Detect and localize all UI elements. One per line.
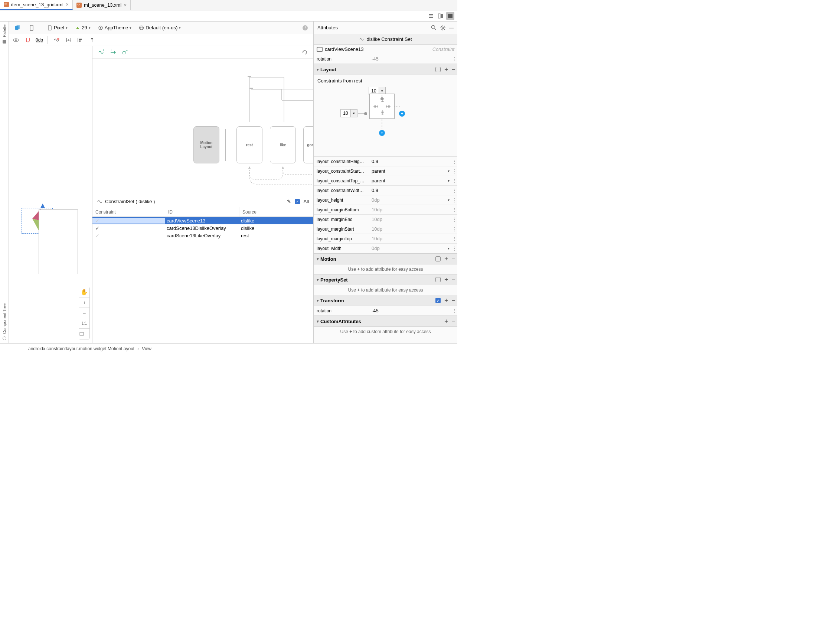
attr-input[interactable] xyxy=(371,236,449,242)
settings-icon[interactable] xyxy=(440,25,446,31)
attr-input[interactable] xyxy=(371,188,449,193)
breadcrumb-item[interactable]: androidx.constraintlayout.motion.widget.… xyxy=(28,346,134,351)
section-motion[interactable]: ▼Motion +− xyxy=(314,253,457,264)
table-row[interactable]: ✓ cardScene13DislikeOverlay dislike xyxy=(92,224,313,232)
theme-select[interactable]: AppTheme▾ xyxy=(96,24,134,32)
more-icon[interactable]: ⋮ xyxy=(452,168,457,174)
remove-icon[interactable]: − xyxy=(452,66,455,73)
add-transition-button[interactable]: + xyxy=(109,48,117,56)
more-icon[interactable]: ⋮ xyxy=(452,56,457,62)
breadcrumb-item[interactable]: View xyxy=(142,346,151,351)
margin-left-input[interactable]: ▾ xyxy=(340,109,358,118)
search-icon[interactable] xyxy=(431,25,437,31)
locale-select[interactable]: Default (en-us)▾ xyxy=(137,24,183,32)
dropdown-icon[interactable]: ▾ xyxy=(445,179,452,183)
more-icon[interactable]: ⋮ xyxy=(452,308,457,314)
split-view-button[interactable] xyxy=(437,12,445,20)
align-button[interactable] xyxy=(76,36,84,44)
orientation-button[interactable] xyxy=(26,23,37,32)
col-source[interactable]: Source xyxy=(240,207,313,217)
section-transform[interactable]: ▼Transform ✓+− xyxy=(314,295,457,306)
add-icon[interactable]: + xyxy=(444,318,448,325)
api-select[interactable]: 29▾ xyxy=(73,24,92,32)
section-checkbox[interactable] xyxy=(436,67,441,72)
palette-button[interactable]: Palette xyxy=(2,24,7,43)
view-options-button[interactable] xyxy=(12,36,20,44)
more-icon[interactable]: ⋮ xyxy=(452,197,457,203)
more-icon[interactable]: ⋮ xyxy=(452,159,457,164)
zoom-1to1-button[interactable]: 1:1 xyxy=(79,318,90,329)
dropdown-icon[interactable]: ▾ xyxy=(445,246,452,250)
add-icon[interactable]: + xyxy=(444,256,448,262)
constraint-anchor-top[interactable] xyxy=(381,97,383,100)
motion-canvas[interactable]: Motion Layout rest like goneRight dislik… xyxy=(92,59,313,196)
more-icon[interactable]: ⋮ xyxy=(452,207,457,213)
col-constraint[interactable]: Constraint xyxy=(92,207,165,217)
section-customattributes[interactable]: ▼CustomAttributes +− xyxy=(314,316,457,327)
component-tree-button[interactable]: Component Tree xyxy=(2,303,7,340)
state-goneright[interactable]: goneRight xyxy=(303,126,313,163)
attr-input[interactable] xyxy=(371,308,449,314)
section-layout[interactable]: ▼ Layout + − xyxy=(314,64,457,75)
zoom-out-button[interactable]: − xyxy=(79,308,90,318)
section-checkbox[interactable]: ✓ xyxy=(436,298,441,303)
attr-input[interactable] xyxy=(371,197,442,203)
add-icon[interactable]: + xyxy=(444,276,448,283)
add-icon[interactable]: + xyxy=(444,297,448,304)
section-checkbox[interactable] xyxy=(436,256,441,261)
attr-input[interactable] xyxy=(371,168,442,174)
pan-button[interactable]: ✋ xyxy=(79,287,90,298)
constraint-anchor-left[interactable] xyxy=(364,112,367,115)
more-icon[interactable]: ⋮ xyxy=(452,217,457,222)
more-icon[interactable]: ⋮ xyxy=(452,236,457,242)
edit-icon[interactable]: ✎ xyxy=(287,199,291,204)
close-icon[interactable]: × xyxy=(66,2,69,7)
autoconnect-button[interactable] xyxy=(24,36,32,44)
add-constraint-bottom[interactable]: + xyxy=(379,130,385,136)
zoom-in-button[interactable]: + xyxy=(79,298,90,308)
clear-constraints-button[interactable] xyxy=(52,36,61,44)
attr-input[interactable] xyxy=(371,159,449,164)
default-margin[interactable]: 0dp xyxy=(35,37,43,43)
design-view-button[interactable] xyxy=(446,12,454,20)
all-checkbox[interactable]: ✓ xyxy=(295,199,300,204)
table-row[interactable]: ✓ cardScene13LikeOverlay rest xyxy=(92,232,313,239)
add-icon[interactable]: + xyxy=(444,66,448,73)
section-propertyset[interactable]: ▼PropertySet +− xyxy=(314,274,457,285)
tab-item-scene-13[interactable]: item_scene_13_grid.xml × xyxy=(0,0,73,10)
collapse-icon[interactable]: — xyxy=(449,25,453,31)
infer-constraints-button[interactable] xyxy=(64,36,72,44)
close-icon[interactable]: × xyxy=(124,2,127,8)
dropdown-icon[interactable]: ▾ xyxy=(445,198,452,202)
more-icon[interactable]: ⋮ xyxy=(452,226,457,232)
warnings-button[interactable] xyxy=(300,24,310,32)
table-row[interactable]: ✓ cardViewScene13 dislike xyxy=(92,217,313,224)
guidelines-button[interactable] xyxy=(88,36,96,44)
more-icon[interactable]: ⋮ xyxy=(452,188,457,193)
motionlayout-card[interactable]: Motion Layout xyxy=(193,126,219,163)
more-icon[interactable]: ⋮ xyxy=(452,178,457,184)
zoom-fit-button[interactable] xyxy=(79,329,90,339)
code-view-button[interactable] xyxy=(427,12,435,20)
remove-icon[interactable]: − xyxy=(452,256,455,262)
add-constraintset-button[interactable]: + xyxy=(97,48,105,56)
add-click-button[interactable]: + xyxy=(121,48,129,56)
attr-input[interactable] xyxy=(371,178,442,184)
section-checkbox[interactable] xyxy=(436,277,441,282)
rotation-input[interactable] xyxy=(371,56,449,62)
remove-icon[interactable]: − xyxy=(452,297,455,304)
remove-icon[interactable]: − xyxy=(452,276,455,283)
cycle-button[interactable] xyxy=(301,48,309,56)
attr-input[interactable] xyxy=(371,226,449,232)
dropdown-icon[interactable]: ▾ xyxy=(445,169,452,173)
attr-input[interactable] xyxy=(371,207,449,213)
surfaces-button[interactable] xyxy=(12,23,23,32)
state-rest[interactable]: rest xyxy=(236,126,262,163)
attr-input[interactable] xyxy=(371,217,449,222)
state-like[interactable]: like xyxy=(270,126,296,163)
device-select[interactable]: Pixel▾ xyxy=(45,24,70,32)
tab-ml-scene-13[interactable]: ml_scene_13.xml × xyxy=(73,0,131,10)
more-icon[interactable]: ⋮ xyxy=(452,245,457,251)
col-id[interactable]: ID xyxy=(165,207,240,217)
remove-icon[interactable]: − xyxy=(452,318,455,325)
